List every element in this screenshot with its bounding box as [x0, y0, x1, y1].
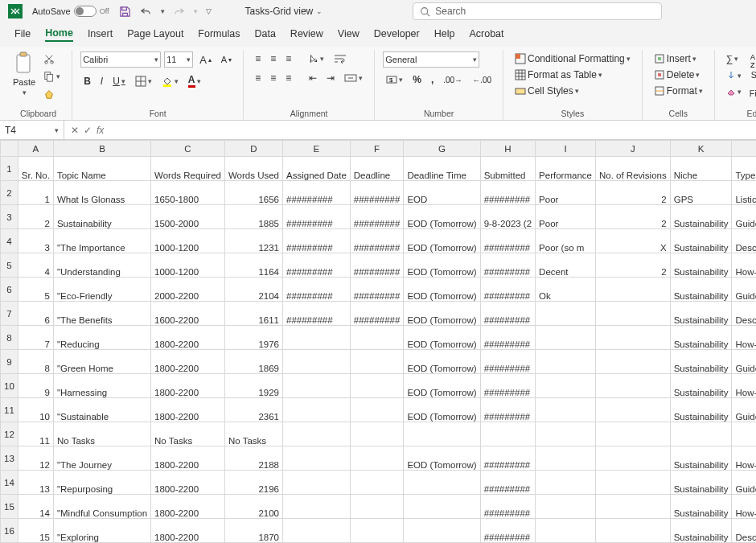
cell[interactable]: Guide — [732, 471, 756, 495]
row-header[interactable]: 1 — [1, 157, 18, 181]
cell[interactable] — [595, 422, 670, 446]
cell[interactable]: 1800-2200 — [151, 326, 225, 350]
cell[interactable]: 2104 — [224, 278, 282, 302]
increase-decimal-button[interactable]: .00→ — [440, 74, 466, 86]
decrease-decimal-button[interactable]: ←.00 — [469, 74, 495, 86]
cell[interactable]: Guide — [732, 398, 756, 422]
cell[interactable] — [283, 326, 351, 350]
cell[interactable]: 1600-2200 — [151, 302, 225, 326]
cell[interactable]: ######### — [480, 350, 535, 374]
cell[interactable]: 4 — [18, 253, 53, 278]
number-format-combo[interactable]: General▾ — [383, 51, 479, 68]
accounting-button[interactable]: $▾ — [383, 72, 406, 87]
row-header[interactable]: 4 — [1, 229, 18, 253]
cell[interactable]: "Harnessing — [53, 374, 150, 398]
cell[interactable] — [536, 374, 596, 398]
cell[interactable]: Sustainability — [670, 350, 732, 374]
cell[interactable]: ######### — [480, 495, 535, 519]
cell[interactable]: 12 — [18, 446, 53, 471]
cell[interactable]: Guide — [732, 278, 756, 302]
cell[interactable]: "Reducing — [53, 326, 150, 350]
tab-developer[interactable]: Developer — [374, 28, 420, 41]
cell[interactable]: Poor (so m — [536, 229, 596, 253]
cell[interactable]: EOD (Tomorrow) — [404, 229, 480, 253]
cell[interactable] — [350, 471, 404, 495]
autosave[interactable]: AutoSave Off — [32, 6, 109, 17]
cell[interactable]: What Is Glonass — [53, 181, 150, 205]
cell[interactable] — [536, 495, 596, 519]
cell[interactable]: 1000-1200 — [151, 253, 225, 278]
row-header[interactable]: 8 — [1, 326, 18, 350]
column-header-J[interactable]: J — [595, 141, 670, 157]
cell[interactable]: Sustainability — [670, 205, 732, 229]
cell[interactable]: EOD (Tomorrow) — [404, 350, 480, 374]
cell[interactable]: ######### — [480, 253, 535, 278]
bold-button[interactable]: B — [80, 74, 94, 88]
cell[interactable]: 1800-2200 — [151, 519, 225, 543]
cell[interactable]: Sustainability — [670, 495, 732, 519]
cell[interactable] — [536, 471, 596, 495]
row-header[interactable]: 14 — [1, 471, 18, 495]
cell[interactable]: 7 — [18, 326, 53, 350]
cell[interactable]: 1164 — [224, 253, 282, 278]
cell[interactable]: 2361 — [224, 398, 282, 422]
cell[interactable] — [595, 471, 670, 495]
cell[interactable] — [350, 446, 404, 471]
cell[interactable]: ######### — [350, 302, 404, 326]
cell[interactable]: ######### — [480, 278, 535, 302]
search-box[interactable]: Search — [413, 2, 662, 20]
decrease-indent-button[interactable]: ⇤ — [306, 71, 320, 85]
cell[interactable]: X — [595, 229, 670, 253]
cell[interactable]: 1000-1200 — [151, 229, 225, 253]
conditional-formatting-button[interactable]: Conditional Formatting▾ — [512, 51, 634, 66]
cancel-formula-icon[interactable]: ✕ — [71, 125, 79, 136]
cell[interactable]: 1929 — [224, 374, 282, 398]
cell[interactable]: 2188 — [224, 446, 282, 471]
cell[interactable]: "Exploring — [53, 519, 150, 543]
cell[interactable]: "Repurposing — [53, 471, 150, 495]
cell[interactable]: ######### — [480, 302, 535, 326]
delete-cells-button[interactable]: Delete ▾ — [651, 68, 704, 82]
header-cell[interactable]: Sr. No. — [18, 157, 53, 181]
cell[interactable]: No Tasks — [224, 422, 282, 446]
clear-button[interactable]: ▾ — [723, 85, 745, 98]
cell[interactable]: 2 — [595, 181, 670, 205]
cell[interactable] — [595, 350, 670, 374]
cell[interactable]: 1870 — [224, 519, 282, 543]
cell[interactable] — [595, 398, 670, 422]
fx-icon[interactable]: fx — [97, 125, 104, 136]
cell[interactable]: ######### — [480, 326, 535, 350]
column-header-B[interactable]: B — [53, 141, 150, 157]
font-name-combo[interactable]: Calibri▾ — [80, 51, 161, 68]
autosum-button[interactable]: ∑▾ — [723, 51, 745, 66]
cell[interactable] — [480, 422, 535, 446]
column-header-G[interactable]: G — [404, 141, 480, 157]
cell[interactable] — [536, 422, 596, 446]
cell[interactable]: ######### — [350, 278, 404, 302]
cell[interactable] — [350, 374, 404, 398]
cell[interactable]: EOD (Tomorrow) — [404, 205, 480, 229]
cell[interactable]: How-to — [732, 253, 756, 278]
column-header-L[interactable]: L — [732, 141, 756, 157]
cell[interactable]: ######### — [283, 302, 351, 326]
cell[interactable] — [404, 471, 480, 495]
cell[interactable]: How-to — [732, 446, 756, 471]
enter-formula-icon[interactable]: ✓ — [84, 125, 92, 136]
cell[interactable]: Guide — [732, 350, 756, 374]
select-all-corner[interactable] — [1, 141, 18, 157]
cell[interactable]: EOD (Tomorrow) — [404, 253, 480, 278]
qat-customize[interactable]: ▽ — [206, 7, 212, 15]
cell[interactable]: "Eco-Friendly — [53, 278, 150, 302]
cell[interactable]: Sustainability — [670, 302, 732, 326]
align-bottom-button[interactable]: ≡ — [282, 51, 294, 66]
tab-file[interactable]: File — [14, 28, 31, 41]
cell[interactable]: 1231 — [224, 229, 282, 253]
cell[interactable]: Sustainability — [670, 326, 732, 350]
header-cell[interactable]: Submitted — [480, 157, 535, 181]
cell[interactable]: EOD (Tomorrow) — [404, 446, 480, 471]
column-header-C[interactable]: C — [151, 141, 225, 157]
tab-data[interactable]: Data — [254, 28, 275, 41]
cell[interactable]: 1 — [18, 181, 53, 205]
decrease-font-button[interactable]: A▾ — [218, 53, 235, 66]
font-size-combo[interactable]: 11▾ — [164, 51, 193, 68]
